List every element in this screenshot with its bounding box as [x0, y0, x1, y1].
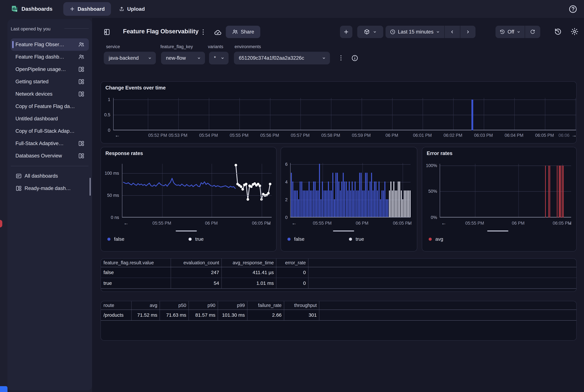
- value-bar[interactable]: [364, 190, 364, 217]
- value-bar[interactable]: [303, 190, 304, 217]
- corner-widget[interactable]: [0, 386, 8, 392]
- brand[interactable]: Dashboards: [11, 5, 52, 13]
- value-bar[interactable]: [316, 190, 317, 217]
- chart-scrollbar[interactable]: [176, 230, 197, 232]
- axis-pan-arrow[interactable]: →: [572, 132, 577, 138]
- value-bar[interactable]: [300, 182, 300, 217]
- column-header[interactable]: p99: [218, 301, 247, 310]
- value-bar[interactable]: [336, 173, 336, 217]
- sidebar-item[interactable]: Getting started: [11, 76, 89, 88]
- legend-item-true[interactable]: true: [349, 236, 364, 242]
- upload-button[interactable]: Upload: [119, 6, 145, 12]
- value-bar[interactable]: [307, 190, 308, 217]
- value-bar[interactable]: [314, 182, 316, 217]
- legend-item-avg[interactable]: avg: [429, 236, 443, 242]
- value-bar[interactable]: [365, 173, 366, 217]
- column-header[interactable]: avg_response_time: [222, 258, 276, 267]
- value-bar[interactable]: [291, 173, 292, 217]
- error-spike[interactable]: [545, 166, 546, 218]
- axis-pan-arrow[interactable]: ←: [115, 132, 120, 138]
- value-bar[interactable]: [325, 190, 326, 217]
- value-bar[interactable]: [355, 182, 356, 217]
- sidebar-item[interactable]: Untitled dashboard: [11, 112, 89, 125]
- chart-plot-evaluations[interactable]: [290, 163, 410, 218]
- sidebar-item[interactable]: Databases Overview: [11, 150, 89, 162]
- value-bar[interactable]: [331, 190, 332, 217]
- add-tile-button[interactable]: [340, 26, 352, 38]
- value-bar[interactable]: [313, 182, 314, 217]
- value-bar[interactable]: [408, 190, 409, 217]
- filter-environments[interactable]: 651209c374a1f02aa2a3226c: [234, 52, 330, 64]
- value-bar[interactable]: [324, 190, 324, 217]
- value-bar[interactable]: [384, 182, 385, 217]
- value-bar[interactable]: [301, 182, 302, 217]
- error-spike[interactable]: [550, 166, 550, 218]
- legend-item-false[interactable]: false: [288, 236, 304, 242]
- help-icon[interactable]: [568, 4, 578, 14]
- value-bar[interactable]: [393, 182, 394, 217]
- value-bar[interactable]: [334, 199, 335, 217]
- value-bar[interactable]: [390, 182, 392, 217]
- column-header[interactable]: feature_flag.result.value: [101, 258, 171, 267]
- value-bar[interactable]: [398, 182, 399, 217]
- event-bar[interactable]: [472, 100, 473, 130]
- value-bar[interactable]: [395, 190, 396, 217]
- value-bar[interactable]: [402, 199, 403, 217]
- value-bar[interactable]: [326, 190, 328, 217]
- error-spike[interactable]: [557, 166, 558, 218]
- value-bar[interactable]: [383, 190, 384, 217]
- value-bar[interactable]: [399, 182, 400, 217]
- value-bar[interactable]: [376, 182, 376, 217]
- column-header[interactable]: route: [101, 301, 132, 310]
- chart-plot-response_rates[interactable]: [122, 164, 272, 218]
- value-bar[interactable]: [410, 190, 410, 217]
- dashboard-menu-button[interactable]: [200, 28, 207, 36]
- error-spike[interactable]: [548, 166, 549, 218]
- value-bar[interactable]: [372, 190, 374, 217]
- tab-new-dashboard[interactable]: Dashboard: [63, 2, 111, 16]
- error-spike[interactable]: [563, 166, 564, 218]
- value-bar[interactable]: [308, 182, 310, 217]
- value-bar[interactable]: [352, 182, 353, 217]
- value-bar[interactable]: [295, 190, 296, 217]
- value-bar[interactable]: [332, 173, 333, 217]
- value-bar[interactable]: [346, 182, 347, 217]
- chart-scrollbar[interactable]: [487, 230, 508, 232]
- value-bar[interactable]: [322, 182, 323, 217]
- value-bar[interactable]: [405, 190, 406, 217]
- refresh-button[interactable]: [524, 26, 540, 38]
- value-bar[interactable]: [401, 190, 402, 217]
- legend-item-false[interactable]: false: [107, 236, 124, 242]
- value-bar[interactable]: [350, 190, 351, 217]
- history-button[interactable]: [554, 27, 562, 36]
- value-bar[interactable]: [310, 190, 311, 217]
- value-bar[interactable]: [382, 190, 382, 217]
- value-bar[interactable]: [358, 190, 359, 217]
- error-spike[interactable]: [560, 166, 561, 218]
- chart-plot-error_rates[interactable]: [440, 164, 571, 218]
- value-bar[interactable]: [306, 190, 307, 217]
- visualization-dropdown[interactable]: [357, 26, 383, 38]
- filter-info-button[interactable]: [351, 54, 358, 62]
- axis-pan-arrow[interactable]: →: [567, 220, 572, 226]
- value-bar[interactable]: [377, 190, 378, 217]
- axis-pan-arrow[interactable]: →: [266, 220, 271, 226]
- sidebar-item[interactable]: Copy of Feature Flag da…: [11, 100, 89, 112]
- value-bar[interactable]: [389, 190, 390, 217]
- collapse-sidebar-button[interactable]: [103, 28, 110, 36]
- value-bar[interactable]: [356, 190, 357, 217]
- value-bar[interactable]: [404, 190, 405, 217]
- value-bar[interactable]: [319, 164, 320, 217]
- value-bar[interactable]: [341, 182, 342, 217]
- settings-button[interactable]: [570, 27, 579, 36]
- value-bar[interactable]: [298, 199, 299, 217]
- value-bar[interactable]: [320, 199, 322, 217]
- value-bar[interactable]: [328, 182, 329, 217]
- value-bar[interactable]: [387, 199, 388, 217]
- column-header[interactable]: failure_rate: [247, 301, 284, 310]
- error-spike[interactable]: [562, 166, 563, 218]
- value-bar[interactable]: [312, 190, 312, 217]
- value-bar[interactable]: [361, 173, 362, 217]
- sidebar-footer-item[interactable]: All dashboards: [11, 170, 89, 182]
- value-bar[interactable]: [392, 190, 393, 217]
